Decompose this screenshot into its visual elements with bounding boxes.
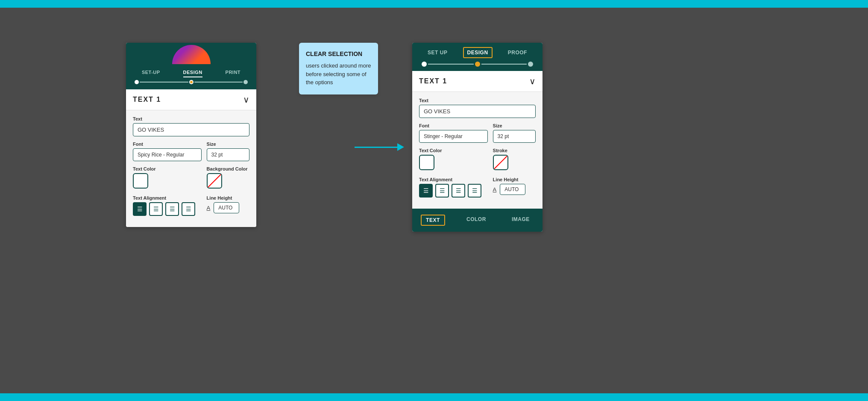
left-progress-dot-1 <box>135 80 139 84</box>
left-text-input[interactable] <box>133 123 249 136</box>
left-font-label: Font <box>133 142 202 147</box>
left-lineheight-row: A <box>207 202 249 213</box>
right-form-area: Text Font Size Text Color Stroke <box>412 92 542 209</box>
left-size-label: Size <box>207 142 249 147</box>
right-alignment-label: Text Alignment <box>419 177 488 182</box>
arrow-container <box>355 143 404 151</box>
left-panel-header: SET-UP DESIGN PRINT <box>126 43 256 89</box>
left-text-label: Text <box>133 116 249 121</box>
right-font-input[interactable] <box>419 130 488 143</box>
left-align-lineheight-row: Text Alignment ☰ ☰ ☰ ☰ Line Height A <box>133 195 249 216</box>
right-align-right-btn[interactable]: ☰ <box>452 184 465 198</box>
left-section-title: TEXT 1 <box>133 96 161 103</box>
bottom-tab-image[interactable]: IMAGE <box>507 215 534 226</box>
right-progress-line-2 <box>481 64 527 65</box>
left-align-right-btn[interactable]: ☰ <box>165 202 179 216</box>
left-form-area: Text Font Size Text Color Background Col… <box>126 110 256 227</box>
right-lineheight-row: A <box>493 184 536 195</box>
left-text-color-swatch[interactable] <box>133 173 148 189</box>
right-align-lineheight-row: Text Alignment ☰ ☰ ☰ ☰ Line Height A <box>419 177 536 198</box>
right-tab-proof[interactable]: PROOF <box>504 48 531 57</box>
left-size-input[interactable] <box>207 148 249 161</box>
right-stroke-col: Stroke <box>493 148 536 172</box>
left-chevron-down-icon[interactable]: ∨ <box>243 94 249 105</box>
right-size-label: Size <box>493 123 536 128</box>
left-progress-line-2 <box>194 82 243 83</box>
right-align-center-btn[interactable]: ☰ <box>435 184 449 198</box>
right-progress-dot-3 <box>528 62 533 67</box>
tooltip-box: CLEAR SELECTION users clicked around mor… <box>299 43 378 94</box>
right-font-label: Font <box>419 123 488 128</box>
left-font-input[interactable] <box>133 148 202 161</box>
tooltip-title: CLEAR SELECTION <box>306 50 371 57</box>
right-align-justify-btn[interactable]: ☰ <box>468 184 481 198</box>
right-text-color-label: Text Color <box>419 148 488 153</box>
right-font-size-row: Font Size <box>419 123 536 143</box>
right-text-color-swatch[interactable] <box>419 155 434 170</box>
left-text-color-col: Text Color <box>133 166 202 190</box>
bottom-tab-text[interactable]: TEXT <box>421 215 445 226</box>
arrow-line <box>355 147 397 148</box>
right-panel-header: SET UP DESIGN PROOF <box>412 43 542 71</box>
right-stroke-label: Stroke <box>493 148 536 153</box>
arrow-head-icon <box>397 143 404 151</box>
right-lineheight-label: Line Height <box>493 177 536 182</box>
right-lineheight-a-icon: A <box>493 186 497 193</box>
right-alignment-col: Text Alignment ☰ ☰ ☰ ☰ <box>419 177 488 198</box>
bottom-cyan-bar <box>0 393 868 401</box>
right-bottom-tabs: TEXT COLOR IMAGE <box>412 209 542 232</box>
top-cyan-bar <box>0 0 868 8</box>
left-tab-design[interactable]: DESIGN <box>183 70 202 77</box>
left-alignment-col: Text Alignment ☰ ☰ ☰ ☰ <box>133 195 202 216</box>
logo-area <box>126 43 256 66</box>
left-progress-dot-3 <box>243 80 248 84</box>
left-font-col: Font <box>133 142 202 161</box>
left-lineheight-a-icon: A <box>207 205 211 211</box>
tooltip-body: users clicked around more before selecti… <box>306 62 371 87</box>
left-align-center-btn[interactable]: ☰ <box>149 202 163 216</box>
hat-graphic <box>166 43 217 66</box>
logo-arc <box>172 45 211 64</box>
right-lineheight-input[interactable] <box>500 184 525 195</box>
right-section-title-bar: TEXT 1 ∨ <box>412 71 542 92</box>
right-font-col: Font <box>419 123 488 143</box>
right-section-title: TEXT 1 <box>419 77 447 85</box>
right-size-col: Size <box>493 123 536 143</box>
left-progress-line-1 <box>140 82 188 83</box>
right-alignment-buttons: ☰ ☰ ☰ ☰ <box>419 184 488 198</box>
right-stroke-swatch[interactable] <box>493 155 508 170</box>
right-tab-design[interactable]: DESIGN <box>463 47 493 58</box>
left-nav-tabs: SET-UP DESIGN PRINT <box>126 66 256 77</box>
left-tab-print[interactable]: PRINT <box>226 70 241 77</box>
left-progress-bar <box>126 77 256 84</box>
left-alignment-buttons: ☰ ☰ ☰ ☰ <box>133 202 202 216</box>
right-text-label: Text <box>419 98 536 103</box>
right-progress-dot-2 <box>475 62 480 67</box>
left-progress-dot-2 <box>189 80 194 84</box>
left-bg-color-swatch[interactable] <box>207 173 222 189</box>
right-chevron-down-icon[interactable]: ∨ <box>529 76 536 86</box>
left-alignment-label: Text Alignment <box>133 195 202 200</box>
right-text-input[interactable] <box>419 105 536 118</box>
left-panel: SET-UP DESIGN PRINT TEXT 1 ∨ Text Font S… <box>126 43 256 227</box>
bottom-tab-color[interactable]: COLOR <box>462 215 490 226</box>
left-size-col: Size <box>207 142 249 161</box>
left-lineheight-input[interactable] <box>214 202 239 213</box>
right-progress-dot-1 <box>422 62 427 67</box>
left-text-color-label: Text Color <box>133 166 202 171</box>
left-align-justify-btn[interactable]: ☰ <box>182 202 195 216</box>
left-lineheight-col: Line Height A <box>207 195 249 216</box>
right-lineheight-col: Line Height A <box>493 177 536 198</box>
right-tab-setup[interactable]: SET UP <box>424 48 451 57</box>
right-panel: SET UP DESIGN PROOF TEXT 1 ∨ Text Font S… <box>412 43 542 232</box>
left-section-title-bar: TEXT 1 ∨ <box>126 89 256 110</box>
left-bg-color-col: Background Color <box>207 166 249 190</box>
left-font-size-row: Font Size <box>133 142 249 161</box>
right-align-left-btn[interactable]: ☰ <box>419 184 433 198</box>
left-align-left-btn[interactable]: ☰ <box>133 202 147 216</box>
right-text-color-col: Text Color <box>419 148 488 172</box>
right-nav-tabs: SET UP DESIGN PROOF <box>418 47 537 58</box>
right-size-input[interactable] <box>493 130 536 143</box>
left-tab-setup[interactable]: SET-UP <box>142 70 160 77</box>
right-progress-bar <box>418 62 537 71</box>
